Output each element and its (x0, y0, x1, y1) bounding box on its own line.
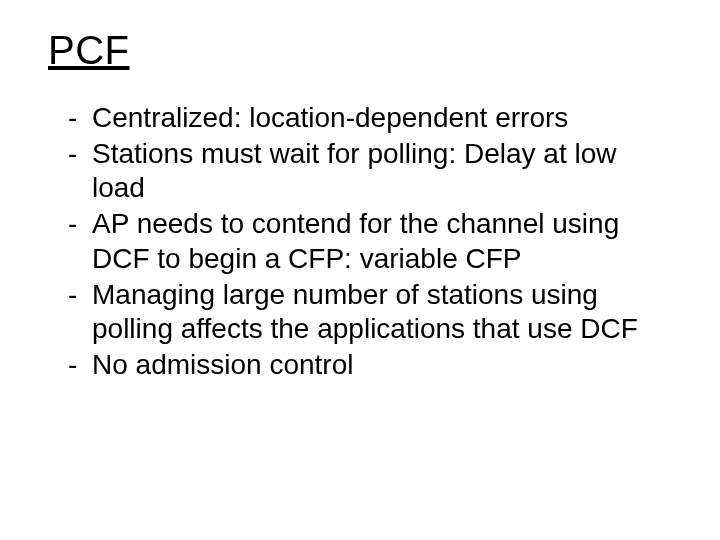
list-item: Stations must wait for polling: Delay at… (48, 137, 672, 205)
list-item: No admission control (48, 348, 672, 382)
slide-title: PCF (48, 28, 672, 73)
list-item: AP needs to contend for the channel usin… (48, 207, 672, 275)
slide: PCF Centralized: location-dependent erro… (0, 0, 720, 540)
list-item: Centralized: location-dependent errors (48, 101, 672, 135)
list-item: Managing large number of stations using … (48, 278, 672, 346)
bullet-list: Centralized: location-dependent errors S… (48, 101, 672, 382)
